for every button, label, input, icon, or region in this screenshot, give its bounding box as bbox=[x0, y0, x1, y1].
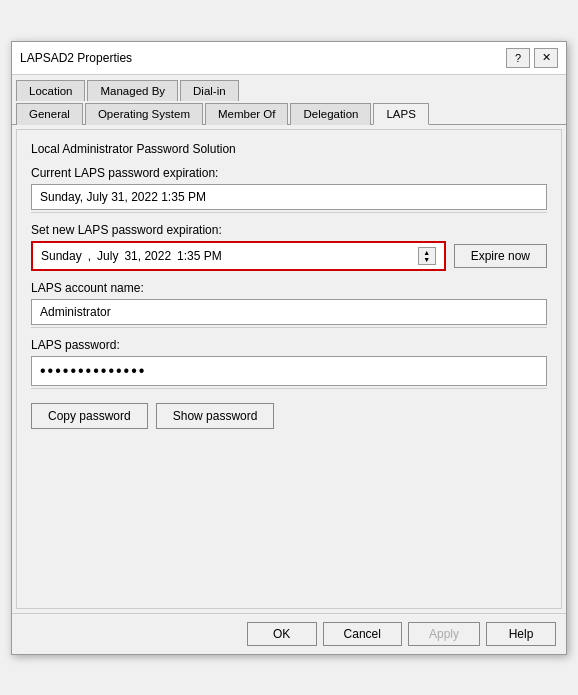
date-day: Sunday bbox=[41, 249, 82, 263]
field-divider2 bbox=[31, 327, 547, 328]
section-title: Local Administrator Password Solution bbox=[31, 142, 547, 156]
date-comma: , bbox=[88, 249, 91, 263]
ok-button[interactable]: OK bbox=[247, 622, 317, 646]
tab-operating-system[interactable]: Operating System bbox=[85, 103, 203, 125]
tabs-row2: General Operating System Member Of Deleg… bbox=[12, 102, 566, 124]
password-value: •••••••••••••• bbox=[31, 356, 547, 386]
spinner-up-icon: ▲ bbox=[423, 249, 430, 256]
tab-delegation[interactable]: Delegation bbox=[290, 103, 371, 125]
password-dots: •••••••••••••• bbox=[40, 362, 146, 379]
laps-content: Local Administrator Password Solution Cu… bbox=[16, 129, 562, 609]
tab-dial-in[interactable]: Dial-in bbox=[180, 80, 239, 101]
tab-general[interactable]: General bbox=[16, 103, 83, 125]
current-expiry-label: Current LAPS password expiration: bbox=[31, 166, 547, 180]
date-date: 31, 2022 bbox=[124, 249, 171, 263]
apply-button[interactable]: Apply bbox=[408, 622, 480, 646]
field-divider3 bbox=[31, 388, 547, 389]
cancel-button[interactable]: Cancel bbox=[323, 622, 402, 646]
date-expire-row: Sunday , July 31, 2022 1:35 PM ▲ ▼ Expir… bbox=[31, 241, 547, 271]
title-bar-controls: ? ✕ bbox=[506, 48, 558, 68]
show-password-button[interactable]: Show password bbox=[156, 403, 275, 429]
date-picker-box[interactable]: Sunday , July 31, 2022 1:35 PM ▲ ▼ bbox=[31, 241, 446, 271]
new-expiry-label: Set new LAPS password expiration: bbox=[31, 223, 547, 237]
account-name-value: Administrator bbox=[31, 299, 547, 325]
close-button[interactable]: ✕ bbox=[534, 48, 558, 68]
tabs-row1: Location Managed By Dial-in bbox=[12, 75, 566, 100]
field-divider1 bbox=[31, 212, 547, 213]
tab-laps[interactable]: LAPS bbox=[373, 103, 428, 125]
date-parts: Sunday , July 31, 2022 1:35 PM bbox=[41, 249, 414, 263]
title-bar-left: LAPSAD2 Properties bbox=[20, 51, 132, 65]
window-title: LAPSAD2 Properties bbox=[20, 51, 132, 65]
spinner-down-icon: ▼ bbox=[423, 256, 430, 263]
tab-location[interactable]: Location bbox=[16, 80, 85, 101]
date-time: 1:35 PM bbox=[177, 249, 222, 263]
date-spinner[interactable]: ▲ ▼ bbox=[418, 247, 436, 265]
expire-now-button[interactable]: Expire now bbox=[454, 244, 547, 268]
date-month: July bbox=[97, 249, 118, 263]
tabs-container: Location Managed By Dial-in General Oper… bbox=[12, 75, 566, 125]
current-expiry-value: Sunday, July 31, 2022 1:35 PM bbox=[31, 184, 547, 210]
password-label: LAPS password: bbox=[31, 338, 547, 352]
title-bar: LAPSAD2 Properties ? ✕ bbox=[12, 42, 566, 75]
tab-member-of[interactable]: Member Of bbox=[205, 103, 289, 125]
copy-password-button[interactable]: Copy password bbox=[31, 403, 148, 429]
help-footer-button[interactable]: Help bbox=[486, 622, 556, 646]
tab-managed-by[interactable]: Managed By bbox=[87, 80, 178, 101]
password-btn-row: Copy password Show password bbox=[31, 403, 547, 429]
properties-window: LAPSAD2 Properties ? ✕ Location Managed … bbox=[11, 41, 567, 655]
help-button[interactable]: ? bbox=[506, 48, 530, 68]
bottom-bar: OK Cancel Apply Help bbox=[12, 613, 566, 654]
account-name-label: LAPS account name: bbox=[31, 281, 547, 295]
